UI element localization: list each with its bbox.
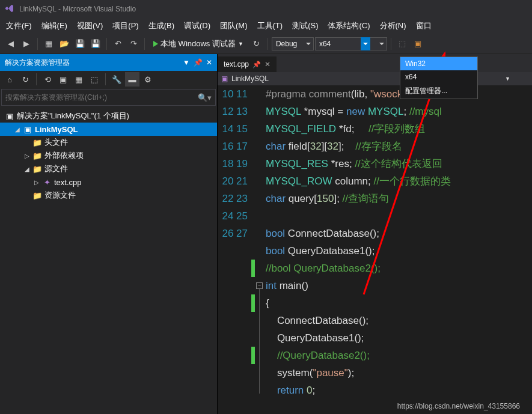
watermark-text: https://blog.csdn.net/weixin_43155866 (397, 402, 520, 410)
menu-item[interactable]: 文件(F) (1, 18, 37, 34)
resources-folder[interactable]: 📁 资源文件 (0, 189, 217, 202)
menu-item[interactable]: 工具(T) (252, 18, 288, 34)
open-button[interactable]: 📂 (57, 37, 72, 51)
fold-column[interactable]: − (255, 85, 266, 414)
expand-icon[interactable]: ◢ (24, 166, 30, 172)
sync-icon[interactable]: ⟲ (40, 72, 55, 87)
play-icon (153, 41, 158, 47)
menu-item[interactable]: 视图(V) (72, 18, 108, 34)
code-content[interactable]: #pragma comment(lib, "wsock32.lib"MYSQL … (266, 85, 532, 414)
menu-item[interactable]: 团队(M) (215, 18, 252, 34)
expand-icon[interactable]: ▷ (24, 153, 30, 159)
menu-item[interactable]: 调试(D) (179, 18, 215, 34)
menu-item[interactable]: 分析(N) (375, 18, 411, 34)
cpp-file-icon: ✦ (42, 177, 52, 187)
solution-explorer: 解决方案资源管理器 ▼ 📌 ✕ ⌂ ↻ ⟲ ▣ ▦ ⬚ 🔧 ▬ ⚙ 🔍▾ (0, 54, 218, 414)
dropdown-item[interactable]: Win32 (400, 57, 477, 70)
refresh-button[interactable]: ↻ (249, 37, 264, 51)
solution-toolbar: ⌂ ↻ ⟲ ▣ ▦ ⬚ 🔧 ▬ ⚙ (0, 71, 217, 88)
expand-icon[interactable]: ▷ (34, 179, 40, 186)
folder-icon: 📁 (32, 164, 42, 174)
navigation-bar[interactable]: ▣ LinkMySQL ▼ (218, 72, 532, 85)
titlebar: LinkMySQL - Microsoft Visual Studio (0, 0, 532, 18)
external-deps-folder[interactable]: ▷ 📁 外部依赖项 (0, 149, 217, 162)
forward-button[interactable]: ▶ (19, 37, 34, 51)
platform-dropdown[interactable]: x64 (315, 37, 387, 50)
folder-icon: 📁 (32, 138, 42, 147)
menu-item[interactable]: 生成(B) (144, 18, 179, 34)
menu-item[interactable]: 窗口 (411, 18, 436, 34)
vs-logo-icon (5, 4, 14, 15)
project-icon: ▣ (23, 124, 32, 134)
editor-area: text.cpp 📌 ✕ ▣ LinkMySQL ▼ 10 11 12 13 1… (218, 54, 532, 414)
expand-icon[interactable]: ◢ (14, 126, 20, 133)
start-debug-label: 本地 Windows 调试器 (161, 38, 236, 49)
wrench-icon[interactable]: 🔧 (109, 72, 124, 87)
window-title: LinkMySQL - Microsoft Visual Studio (19, 5, 136, 13)
redo-button[interactable]: ↷ (126, 37, 141, 51)
show-all-icon[interactable]: ▦ (72, 72, 86, 87)
close-tab-icon[interactable]: ✕ (264, 60, 271, 68)
config-dropdown[interactable]: Debug (272, 37, 314, 50)
search-input[interactable] (5, 93, 198, 102)
new-project-button[interactable]: ▦ (41, 37, 56, 51)
panel-title: 解决方案资源管理器 (5, 58, 70, 68)
pin-icon[interactable]: 📌 (252, 61, 261, 68)
save-button[interactable]: 💾 (73, 37, 87, 51)
undo-button[interactable]: ↶ (111, 37, 125, 51)
close-panel-icon[interactable]: ✕ (206, 58, 212, 67)
collapse-icon[interactable]: ▣ (56, 72, 70, 87)
dropdown-icon[interactable]: ▼ (183, 58, 190, 67)
menubar: 文件(F)编辑(E)视图(V)项目(P)生成(B)调试(D)团队(M)工具(T)… (0, 18, 532, 34)
dropdown-item[interactable]: x64 (400, 70, 477, 84)
line-number-gutter: 10 11 12 13 14 15 16 17 18 19 20 21 22 2… (218, 85, 255, 414)
back-button[interactable]: ◀ (4, 37, 18, 51)
find-button[interactable]: ⬚ (395, 37, 409, 51)
solution-search[interactable]: 🔍▾ (1, 89, 216, 106)
folder-icon: 📁 (32, 190, 42, 200)
dropdown-item[interactable]: 配置管理器... (400, 84, 477, 99)
crumb-project: LinkMySQL (231, 75, 269, 83)
extension-button[interactable]: ▣ (411, 37, 425, 51)
tab-label: text.cpp (224, 60, 249, 68)
home-icon[interactable]: ⌂ (2, 72, 17, 87)
start-debug-button[interactable]: 本地 Windows 调试器 ▼ (148, 37, 248, 51)
project-node[interactable]: ◢ ▣ LinkMySQL (0, 123, 217, 136)
pin-icon[interactable]: 📌 (194, 58, 203, 67)
solution-explorer-header: 解决方案资源管理器 ▼ 📌 ✕ (0, 54, 217, 71)
menu-item[interactable]: 测试(S) (287, 18, 323, 34)
filter-icon[interactable]: ⚙ (141, 72, 155, 87)
menu-item[interactable]: 编辑(E) (37, 18, 72, 34)
source-file-node[interactable]: ▷ ✦ text.cpp (0, 175, 217, 189)
save-all-button[interactable]: 💾 (88, 37, 103, 51)
editor-tabs: text.cpp 📌 ✕ (218, 54, 532, 72)
menu-item[interactable]: 项目(P) (108, 18, 143, 34)
solution-node[interactable]: ▣ 解决方案"LinkMySQL"(1 个项目) (0, 109, 217, 123)
view-icon[interactable]: ▬ (125, 72, 139, 87)
headers-folder[interactable]: 📁 头文件 (0, 136, 217, 149)
code-editor[interactable]: 10 11 12 13 14 15 16 17 18 19 20 21 22 2… (218, 85, 532, 414)
folder-icon: 📁 (32, 151, 42, 160)
sources-folder[interactable]: ◢ 📁 源文件 (0, 162, 217, 175)
properties-icon[interactable]: ⬚ (87, 72, 102, 87)
search-icon[interactable]: 🔍▾ (198, 93, 212, 102)
main-toolbar: ◀ ▶ ▦ 📂 💾 💾 ↶ ↷ 本地 Windows 调试器 ▼ ↻ Debug… (0, 34, 532, 54)
menu-item[interactable]: 体系结构(C) (323, 18, 375, 34)
project-icon: ▣ (221, 75, 228, 83)
solution-tree: ▣ 解决方案"LinkMySQL"(1 个项目) ◢ ▣ LinkMySQL 📁… (0, 107, 217, 204)
back-nav-icon[interactable]: ↻ (18, 72, 32, 87)
platform-dropdown-list[interactable]: Win32x64配置管理器... (400, 56, 478, 99)
chevron-down-icon[interactable]: ▼ (505, 76, 510, 82)
solution-icon: ▣ (5, 111, 14, 121)
editor-tab[interactable]: text.cpp 📌 ✕ (218, 56, 277, 72)
